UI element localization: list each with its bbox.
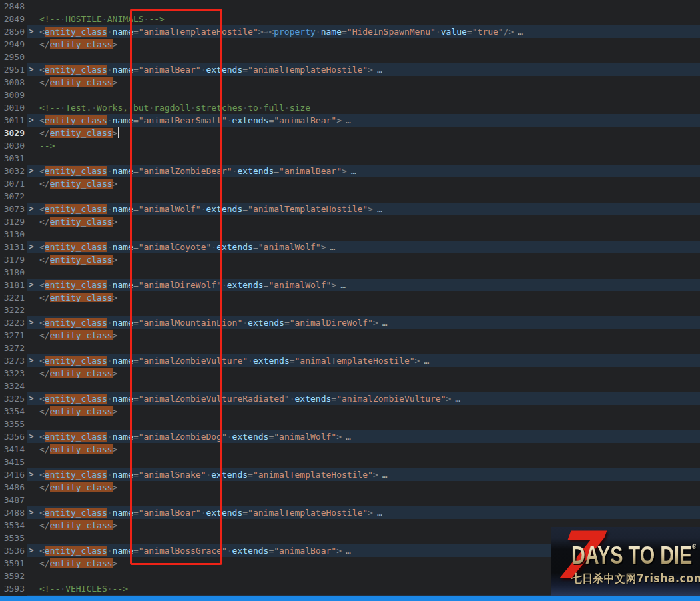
line-number[interactable]: 3071 [0,177,25,190]
code-text[interactable]: </entity_class> [38,557,117,570]
code-text[interactable] [38,418,39,430]
code-line[interactable]: 3223><entity_class·name="animalMountainL… [0,316,700,329]
code-text[interactable]: </entity_class> [38,291,117,304]
line-number[interactable]: 3010 [0,101,25,114]
line-number[interactable]: 3129 [0,215,25,228]
code-line[interactable]: 3032><entity_class·name="animalZombieBea… [0,165,700,177]
fold-chevron-icon[interactable]: > [25,468,38,481]
code-line[interactable]: 2951><entity_class·name="animalBear"·ext… [0,63,700,76]
line-number[interactable]: 3414 [0,443,25,456]
code-line[interactable]: 3073><entity_class·name="animalWolf"·ext… [0,203,700,215]
fold-chevron-icon[interactable]: > [25,63,38,76]
code-line[interactable]: 3131><entity_class·name="animalCoyote"·e… [0,241,700,253]
code-text[interactable] [38,266,39,279]
code-text[interactable]: </entity_class> [38,127,119,139]
code-editor[interactable]: 28482849<!--·HOSTILE·ANIMALS·-->2850><en… [0,0,700,596]
line-number[interactable]: 3356 [0,430,25,443]
code-line[interactable]: 3222 [0,304,700,316]
line-number[interactable]: 3032 [0,165,25,177]
code-line[interactable]: 3325><entity_class·name="animalZombieVul… [0,392,700,405]
line-number[interactable]: 3011 [0,114,25,127]
code-text[interactable]: </entity_class> [38,405,117,418]
line-number[interactable]: 3008 [0,76,25,89]
code-line[interactable]: 3180 [0,266,700,279]
line-number[interactable]: 3030 [0,139,25,152]
line-number[interactable]: 3271 [0,329,25,342]
fold-chevron-icon[interactable]: > [25,392,38,405]
code-line[interactable]: 3130 [0,228,700,241]
code-text[interactable]: </entity_class> [38,329,117,342]
line-number[interactable]: 2950 [0,51,25,63]
code-text[interactable]: </entity_class> [38,215,117,228]
line-number[interactable]: 3593 [0,582,25,595]
line-number[interactable]: 3486 [0,481,25,494]
line-number[interactable]: 2849 [0,13,25,25]
code-line[interactable]: 3354</entity_class> [0,405,700,418]
code-text[interactable]: </entity_class> [38,443,117,456]
fold-chevron-icon[interactable]: > [25,316,38,329]
fold-chevron-icon[interactable]: > [25,354,38,367]
code-text[interactable]: </entity_class> [38,76,117,89]
line-number[interactable]: 2949 [0,38,25,51]
code-line[interactable]: 3011><entity_class·name="animalBearSmall… [0,114,700,127]
code-text[interactable] [38,342,39,354]
code-line[interactable]: 3271</entity_class> [0,329,700,342]
code-line[interactable]: 3009 [0,89,700,101]
code-text[interactable]: <entity_class·name="animalZombieVultureR… [38,392,460,405]
code-line[interactable]: 3129</entity_class> [0,215,700,228]
line-number[interactable]: 3487 [0,494,25,506]
line-number[interactable]: 3272 [0,342,25,354]
code-line[interactable]: 2850><entity_class·name="animalTemplateH… [0,25,700,38]
code-line[interactable]: 3221</entity_class> [0,291,700,304]
line-number[interactable]: 3223 [0,316,25,329]
code-line[interactable]: 2849<!--·HOSTILE·ANIMALS·--> [0,13,700,25]
line-number[interactable]: 3416 [0,468,25,481]
line-number[interactable]: 3031 [0,152,25,165]
code-text[interactable] [38,51,39,63]
code-text[interactable] [38,456,39,468]
code-text[interactable]: </entity_class> [38,38,117,51]
code-text[interactable] [38,304,39,316]
code-line[interactable]: 3029</entity_class> [0,127,700,139]
fold-chevron-icon[interactable]: > [25,165,38,177]
code-text[interactable]: <entity_class·name="animalZombieVulture"… [38,354,429,367]
code-text[interactable] [38,89,39,101]
code-text[interactable] [38,494,39,506]
line-number[interactable]: 3130 [0,228,25,241]
code-text[interactable]: <!--·VEHICLES·--> [38,582,128,595]
code-line[interactable]: 3487 [0,494,700,506]
code-line[interactable]: 3355 [0,418,700,430]
line-number[interactable]: 3535 [0,532,25,544]
code-text[interactable]: </entity_class> [38,177,117,190]
code-line[interactable]: 3031 [0,152,700,165]
code-line[interactable]: 3071</entity_class> [0,177,700,190]
code-line[interactable]: 3488><entity_class·name="animalBoar"·ext… [0,506,700,519]
code-line[interactable]: 3273><entity_class·name="animalZombieVul… [0,354,700,367]
line-number[interactable]: 3131 [0,241,25,253]
line-number[interactable]: 3181 [0,279,25,291]
line-number[interactable]: 2850 [0,25,25,38]
line-number[interactable]: 3591 [0,557,25,570]
line-number[interactable]: 3324 [0,380,25,392]
line-number[interactable]: 3415 [0,456,25,468]
fold-chevron-icon[interactable]: > [25,279,38,291]
fold-chevron-icon[interactable]: > [25,203,38,215]
code-text[interactable] [38,152,39,165]
code-text[interactable] [38,190,39,203]
code-line[interactable]: 3415 [0,456,700,468]
code-text[interactable] [38,532,39,544]
line-number[interactable]: 3325 [0,392,25,405]
code-text[interactable]: </entity_class> [38,481,117,494]
line-number[interactable]: 3221 [0,291,25,304]
line-number[interactable]: 3592 [0,570,25,582]
fold-chevron-icon[interactable]: > [25,430,38,443]
line-number[interactable]: 3029 [0,127,25,139]
fold-chevron-icon[interactable]: > [25,241,38,253]
code-text[interactable] [38,570,39,582]
code-line[interactable]: 2848 [0,0,700,13]
code-line[interactable]: 3030--> [0,139,700,152]
line-number[interactable]: 3488 [0,506,25,519]
code-line[interactable]: 3272 [0,342,700,354]
line-number[interactable]: 3273 [0,354,25,367]
code-line[interactable]: 3324 [0,380,700,392]
